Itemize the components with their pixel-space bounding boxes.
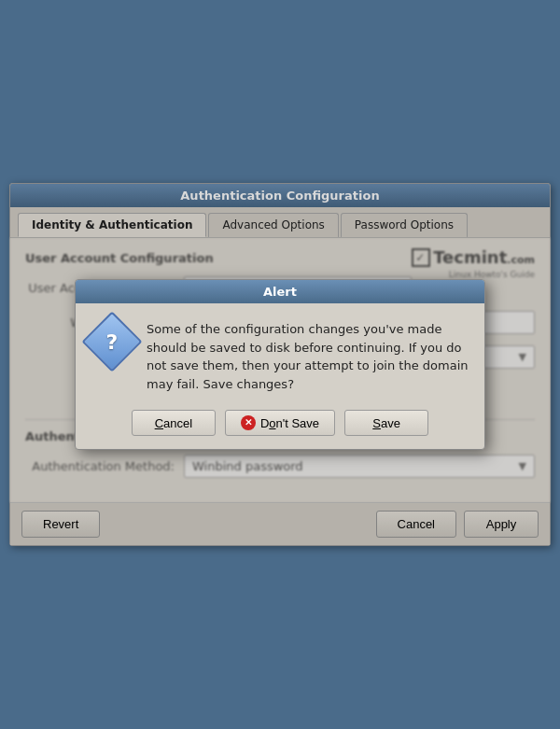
alert-title-bar: Alert	[76, 280, 484, 303]
alert-dialog: Alert ? Some of the configuration change…	[75, 279, 485, 450]
alert-save-button[interactable]: Save	[344, 410, 428, 436]
alert-dont-save-label: Don't Save	[260, 416, 319, 430]
alert-cancel-button[interactable]: Cancel	[132, 410, 216, 436]
dialog-overlay: Alert ? Some of the configuration change…	[10, 184, 550, 545]
alert-cancel-label: Cancel	[155, 416, 192, 430]
alert-body: ? Some of the configuration changes you'…	[76, 303, 484, 406]
alert-save-label: Save	[372, 416, 400, 430]
question-mark: ?	[106, 329, 119, 353]
question-icon: ?	[81, 311, 142, 372]
alert-message: Some of the configuration changes you've…	[147, 320, 469, 393]
alert-icon-area: ?	[91, 320, 133, 363]
alert-buttons: Cancel ✕ Don't Save Save	[76, 406, 484, 449]
alert-title: Alert	[263, 285, 297, 299]
x-icon: ✕	[241, 415, 256, 430]
main-window: Authentication Configuration Identity & …	[9, 183, 551, 546]
alert-dont-save-button[interactable]: ✕ Don't Save	[225, 410, 335, 436]
